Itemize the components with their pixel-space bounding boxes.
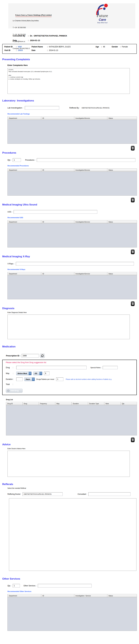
other-qty-input[interactable] (13, 584, 20, 588)
lab-col-status: Status (107, 116, 137, 120)
other-services-row: Qty : Other Services : (8, 584, 139, 588)
advice-label: Enter Doctor's Advice Here (8, 448, 139, 450)
xray-label: X-Rays : (8, 263, 14, 265)
proc-col-investigation: Investigation/Service (74, 168, 107, 172)
way-label: Way : (6, 372, 16, 374)
proc-col-department: Department (8, 168, 41, 172)
drug-delete-button[interactable] (131, 438, 134, 442)
chevron-down-icon: ▼ (40, 372, 42, 375)
gender-label: Gender (112, 46, 120, 48)
other-services-list[interactable] (8, 598, 137, 631)
complaints-textarea[interactable]: pt seen, FBS schowed elevated monocytes … (8, 68, 130, 94)
uss-label: USS : (8, 211, 12, 213)
prescription-row: Prescription ID : (6, 354, 139, 358)
procedures-list[interactable] (8, 172, 137, 196)
referrals-title: Refferals (2, 483, 139, 486)
lab-col-id: ID (41, 116, 74, 120)
lab-investigation-row: Lab Investingation : Reffered By : ORITS… (8, 106, 139, 110)
presenting-complaints-title: Presenting Complaints (2, 58, 139, 61)
procedures-table: Department ID Investigation/Service Stat… (8, 168, 137, 196)
way-qty-input[interactable] (44, 372, 50, 375)
medication-title: Medication (2, 345, 139, 348)
recommended-lab-testings-link[interactable]: Recommended Lab Testings (8, 113, 30, 115)
referral-list[interactable] (9, 498, 136, 571)
lab-delete-button[interactable] (131, 146, 134, 150)
lab-col-investigation: Investigation/Service (74, 116, 107, 120)
company-phone-2: T: +24 84 225 252 (13, 34, 52, 36)
age-value: 46 (103, 46, 105, 48)
recommended-procedures-link[interactable]: Recommended Procedures (8, 165, 29, 166)
uss-col-department: Department (8, 220, 41, 224)
company-header: Future Care by Future Holdings (Pty) Lim… (8, 3, 135, 28)
frequency-select[interactable]: OD ▼ (33, 372, 42, 375)
drug-list[interactable] (6, 405, 137, 436)
logo-swoosh-icon (89, 4, 116, 15)
uss-table: Department ID Investigation/Service Stat… (8, 220, 137, 248)
consultant-label: Consultant (78, 493, 86, 495)
special-notes-label: Special Notes : (90, 367, 102, 368)
reffering-doctor-input[interactable] (22, 492, 62, 496)
diagnosis-textarea[interactable] (8, 314, 130, 339)
advice-textarea[interactable] (8, 451, 130, 477)
other-services-title: Other Services (2, 577, 139, 580)
duration-label: Duration : (6, 378, 16, 380)
lab-testings-list[interactable] (8, 120, 137, 144)
lab-testings-table: Department ID Investigation/Service Stat… (8, 116, 137, 144)
os-col-status: Status (107, 594, 137, 598)
recommended-other-services-link[interactable]: Recommended Other Services (8, 590, 32, 592)
prescription-id-input[interactable] (22, 354, 39, 358)
drug-input[interactable] (16, 366, 86, 369)
drug-suggestion-notice: Please select the Drug from Drug suggess… (6, 362, 136, 364)
drug-label: Drug : (6, 366, 16, 368)
reffered-by-label: Reffered By : (69, 107, 80, 109)
add-drug-button[interactable]: + Add Drug (6, 389, 22, 393)
procedures-input[interactable] (37, 158, 136, 162)
lab-col-department: Department (8, 116, 41, 120)
drug-list-label: Drug List (6, 399, 139, 400)
other-qty-label: Qty : (8, 585, 11, 587)
way-selected-value: Before Meal (16, 372, 28, 374)
company-email: E: jude@future.sc (13, 40, 52, 43)
recommended-uss-link[interactable]: Recommended USS (8, 217, 23, 218)
uss-list[interactable] (8, 224, 137, 248)
consultant-input[interactable] (88, 492, 130, 496)
per-meal-input[interactable] (56, 378, 63, 381)
chevron-down-icon: ▼ (32, 378, 35, 381)
advice-title: Advice (2, 443, 139, 446)
procedures-qty-input[interactable] (13, 158, 21, 162)
total-row: Total : (6, 383, 136, 385)
complaints-label: Enter Complaints Here (8, 64, 139, 66)
prescription-id-label: Prescription ID : (6, 355, 20, 357)
drug-col-id: Drug ID (6, 402, 22, 405)
company-number: Company No.8417652-2 (13, 47, 52, 50)
os-col-id: ID (41, 594, 74, 598)
company-name-main: Future Care (16, 14, 26, 16)
proc-col-status: Status (107, 168, 137, 172)
chevron-down-icon: ▼ (29, 372, 32, 375)
other-services-input[interactable] (38, 584, 92, 588)
recommended-xrays-link[interactable]: Recommended X-Rays (8, 268, 25, 270)
xray-list[interactable] (8, 276, 137, 299)
gender-value: Female (122, 46, 128, 48)
heart-icon: ♥ (102, 19, 102, 20)
procedures-delete-button[interactable] (131, 198, 134, 202)
uss-delete-button[interactable] (131, 250, 134, 254)
diagnosis-title: Diagnosis (2, 307, 139, 310)
refresh-icon (41, 354, 44, 357)
company-name: Future Care by Future Holdings (Pty) Lim… (16, 14, 52, 17)
uss-input[interactable] (14, 210, 97, 214)
special-notes-input[interactable] (103, 366, 118, 369)
per-meal-label: Drugs/Tablets per meal : (36, 378, 55, 380)
company-address: Le Chainter,Victoria,Mahe,Seychelles (13, 20, 52, 22)
lab-investigation-input[interactable] (25, 106, 59, 110)
xray-delete-button[interactable] (131, 302, 134, 306)
xray-table: Department ID Investigation/Service Stat… (8, 272, 137, 299)
prescription-refresh-button[interactable] (40, 354, 45, 358)
xray-input[interactable] (16, 262, 134, 266)
duration-unit-select[interactable]: Day/s ▼ (24, 378, 35, 381)
referrals-row: Reffering Doctor Consultant (8, 492, 139, 496)
trash-icon (132, 438, 134, 441)
way-select[interactable]: Before Meal ▼ (16, 372, 32, 375)
uss-col-status: Status (107, 220, 137, 224)
duration-input[interactable] (16, 378, 22, 381)
